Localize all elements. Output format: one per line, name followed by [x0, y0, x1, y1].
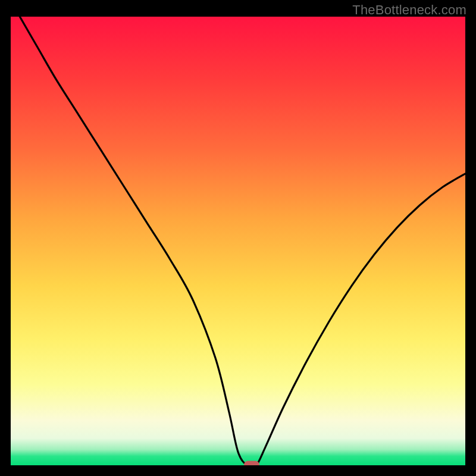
- selection-marker: [244, 461, 259, 466]
- bottleneck-curve: [11, 17, 465, 465]
- chart-frame: TheBottleneck.com: [0, 0, 476, 476]
- curve-path: [20, 17, 465, 465]
- watermark-text: TheBottleneck.com: [352, 2, 466, 18]
- plot-area: [11, 17, 465, 465]
